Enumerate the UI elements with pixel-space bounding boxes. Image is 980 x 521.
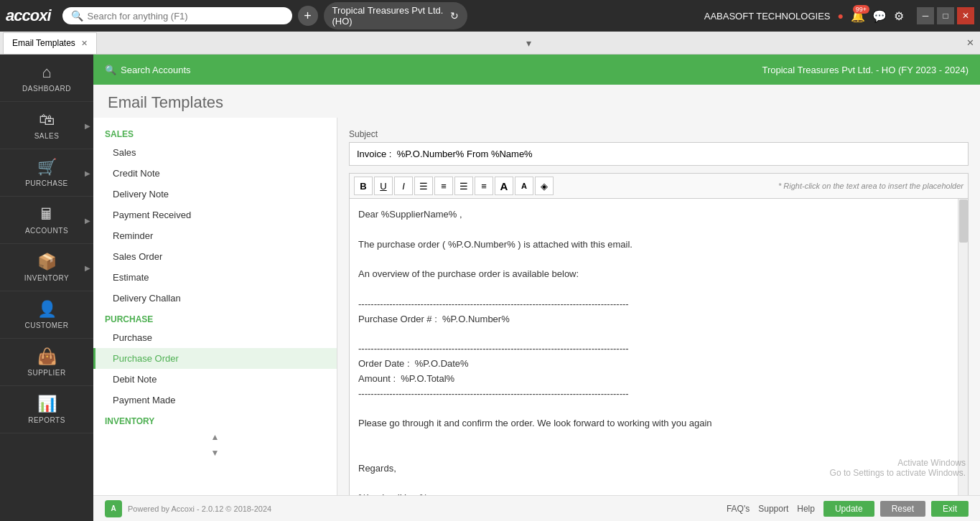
accounts-icon: 🖩 [39, 205, 55, 224]
sidebar-label-accounts: ACCOUNTS [25, 227, 68, 235]
sidebar-label-purchase: PURCHASE [25, 179, 68, 187]
nav-item-delivery-challan[interactable]: Delivery Challan [93, 288, 337, 309]
scrollbar-track[interactable] [958, 199, 968, 495]
search-accounts-link[interactable]: 🔍 Search Accounts [105, 65, 191, 75]
right-content: Subject B U I ☰ ≡ ☰ ≡ A A [337, 118, 980, 495]
sidebar-item-inventory[interactable]: 📦 INVENTORY ▶ [0, 244, 93, 291]
underline-button[interactable]: U [374, 177, 393, 195]
left-nav: SALES Sales Credit Note Delivery Note Pa… [93, 118, 337, 495]
user-icon: ● [838, 10, 844, 22]
inventory-scroll-down[interactable]: ▼ [93, 445, 337, 461]
tab-bar: Email Templates ✕ ▾ ✕ [0, 32, 980, 55]
nav-item-estimate[interactable]: Estimate [93, 267, 337, 288]
page-title-bar: Email Templates [93, 85, 980, 118]
nav-item-payment-received[interactable]: Payment Received [93, 205, 337, 225]
align-left-button[interactable]: ≡ [434, 177, 453, 195]
close-window-button[interactable]: ✕ [957, 7, 974, 24]
highlight-button[interactable]: ◈ [535, 177, 554, 195]
inventory-icon: 📦 [37, 253, 57, 271]
bold-button[interactable]: B [354, 177, 373, 195]
sidebar-item-customer[interactable]: 👤 CUSTOMER [0, 291, 93, 339]
sales-section-label: SALES [93, 123, 337, 142]
sales-icon: 🛍 [39, 111, 55, 129]
page-content: Email Templates SALES Sales Credit Note … [93, 85, 980, 495]
font-size-up-button[interactable]: A [495, 177, 513, 195]
refresh-icon[interactable]: ↻ [450, 10, 459, 22]
sidebar-item-sales[interactable]: 🛍 SALES ▶ [0, 102, 93, 149]
email-body[interactable]: Dear %SupplierName% , The purchase order… [349, 198, 969, 495]
sidebar-label-inventory: INVENTORY [24, 274, 69, 282]
search-accounts-text: Search Accounts [121, 65, 191, 75]
search-accounts-icon: 🔍 [105, 65, 116, 75]
minimize-button[interactable]: ─ [917, 7, 934, 24]
message-icon[interactable]: 💬 [872, 9, 887, 23]
email-body-text: Dear %SupplierName% , The purchase order… [358, 207, 959, 495]
window-pin-icon[interactable]: ✕ [966, 37, 974, 48]
align-center-button[interactable]: ☰ [454, 177, 473, 195]
reports-icon: 📊 [37, 395, 57, 413]
add-button[interactable]: + [298, 6, 318, 26]
editor-area: B U I ☰ ≡ ☰ ≡ A A ◈ * Right-click on the… [349, 173, 969, 495]
sales-arrow-icon: ▶ [85, 121, 90, 129]
sidebar-item-dashboard[interactable]: ⌂ DASHBOARD [0, 55, 93, 102]
accounts-arrow-icon: ▶ [85, 216, 90, 224]
align-right-button[interactable]: ≡ [475, 177, 493, 195]
nav-item-reminder[interactable]: Reminder [93, 225, 337, 246]
support-link[interactable]: Support [758, 504, 788, 514]
main-panel: 🔍 Search Accounts Tropical Treasures Pvt… [93, 55, 980, 521]
sidebar-item-reports[interactable]: 📊 REPORTS [0, 386, 93, 433]
help-link[interactable]: Help [797, 504, 815, 514]
top-bar: accoxi 🔍 + Tropical Treasures Pvt Ltd.(H… [0, 0, 980, 32]
nav-item-purchase[interactable]: Purchase [93, 327, 337, 348]
subject-input[interactable] [349, 142, 969, 166]
italic-button[interactable]: I [394, 177, 413, 195]
nav-item-delivery-note[interactable]: Delivery Note [93, 184, 337, 205]
nav-item-purchase-order[interactable]: Purchase Order [93, 348, 337, 369]
sidebar-item-supplier[interactable]: 👜 SUPPLIER [0, 339, 93, 386]
settings-icon[interactable]: ⚙ [894, 9, 904, 23]
sidebar-label-supplier: SUPPLIER [27, 369, 65, 377]
company-name: AABASOFT TECHNOLOGIES [704, 11, 831, 22]
app-logo: accoxi [6, 6, 51, 25]
maximize-button[interactable]: □ [937, 7, 954, 24]
nav-item-payment-made[interactable]: Payment Made [93, 390, 337, 410]
nav-item-credit-note[interactable]: Credit Note [93, 163, 337, 184]
exit-button[interactable]: Exit [931, 501, 969, 517]
tab-close-icon[interactable]: ✕ [81, 39, 88, 48]
window-controls: ─ □ ✕ [917, 7, 974, 24]
editor-toolbar: B U I ☰ ≡ ☰ ≡ A A ◈ * Right-click on the… [349, 173, 969, 198]
sidebar-item-purchase[interactable]: 🛒 PURCHASE ▶ [0, 149, 93, 197]
notification-icon[interactable]: 🔔 99+ [851, 9, 865, 23]
accoxi-footer-logo: A [105, 500, 122, 517]
search-icon: 🔍 [71, 10, 83, 22]
nav-item-sales[interactable]: Sales [93, 142, 337, 163]
tab-expand-icon[interactable]: ▾ [526, 37, 537, 49]
top-right: AABASOFT TECHNOLOGIES ● 🔔 99+ 💬 ⚙ ─ □ ✕ [704, 7, 974, 24]
scrollbar-thumb[interactable] [959, 200, 968, 243]
search-input[interactable] [88, 11, 274, 22]
two-panel: SALES Sales Credit Note Delivery Note Pa… [93, 118, 980, 495]
supplier-icon: 👜 [37, 347, 57, 366]
nav-item-sales-order[interactable]: Sales Order [93, 246, 337, 267]
footer-links: FAQ's Support Help [727, 504, 815, 514]
toolbar-hint: * Right-click on the text area to insert… [778, 182, 963, 190]
company-selector[interactable]: Tropical Treasures Pvt Ltd.(HO) ↻ [324, 2, 467, 29]
inventory-scroll-up[interactable]: ▲ [93, 429, 337, 445]
update-button[interactable]: Update [823, 501, 874, 517]
notification-badge: 99+ [853, 5, 869, 14]
nav-item-debit-note[interactable]: Debit Note [93, 369, 337, 390]
tab-label: Email Templates [12, 38, 75, 48]
purchase-section-label: PURCHASE [93, 309, 337, 327]
list-button[interactable]: ☰ [414, 177, 433, 195]
customer-icon: 👤 [37, 300, 57, 319]
search-box[interactable]: 🔍 [62, 7, 292, 24]
sidebar-item-accounts[interactable]: 🖩 ACCOUNTS ▶ [0, 197, 93, 244]
subject-label: Subject [349, 129, 969, 139]
sidebar-label-sales: SALES [34, 132, 60, 140]
reset-button[interactable]: Reset [880, 501, 925, 517]
email-templates-tab[interactable]: Email Templates ✕ [3, 32, 97, 54]
company-selector-text: Tropical Treasures Pvt Ltd.(HO) [332, 5, 444, 27]
faq-link[interactable]: FAQ's [727, 504, 750, 514]
font-size-down-button[interactable]: A [515, 177, 533, 195]
purchase-icon: 🛒 [37, 158, 57, 177]
